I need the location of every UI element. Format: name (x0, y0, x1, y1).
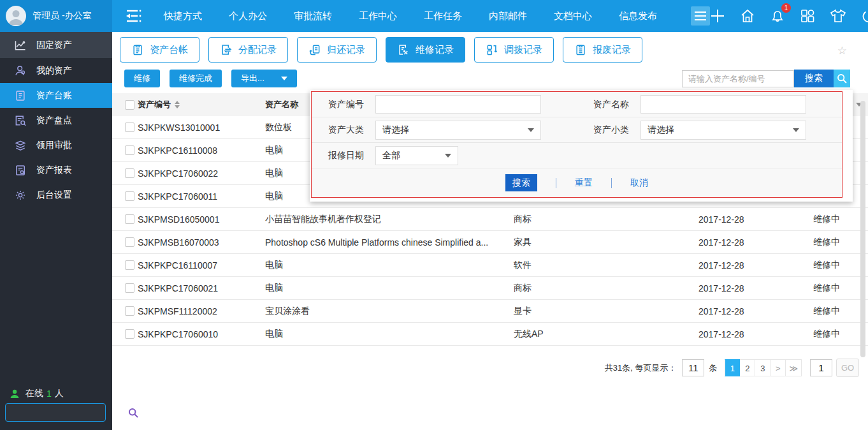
go-button[interactable]: GO (836, 359, 859, 377)
table-scrollbar[interactable] (860, 101, 865, 357)
cell-asset-name: 电脑 (265, 260, 514, 271)
sidebar-item[interactable]: 后台设置 (0, 182, 112, 207)
theme-shirt-icon[interactable] (830, 8, 846, 24)
ledger-tab-icon (131, 43, 144, 56)
sidebar-item-label: 我的资产 (36, 65, 72, 77)
record-tab[interactable]: 调拨记录 (474, 37, 554, 63)
top-menu-item[interactable]: 工作中心 (345, 0, 410, 32)
online-status: 在线 1 人 (10, 388, 64, 399)
avatar (6, 6, 26, 26)
report-icon (14, 164, 27, 177)
export-button[interactable]: 导出... (231, 70, 297, 87)
topbar: 管理员 -办公室 快捷方式 个人办公 审批流转 工作中心 工作任务 内部邮件 文… (0, 0, 868, 32)
cell-asset-name: 小苗苗智能故事机著作权登记 (265, 214, 514, 225)
quick-search-input[interactable] (682, 70, 794, 87)
top-menu: 快捷方式 个人办公 审批流转 工作中心 工作任务 内部邮件 文档中心 信息发布 (150, 0, 670, 32)
cell-status: 维修中 (800, 306, 868, 317)
sidebar-item[interactable]: 资产盘点 (0, 108, 112, 133)
cell-asset-code: SJKPKWS13010001 (138, 122, 220, 133)
filter-panel: 资产编号 资产名称 资产大类 请选择 资产小类 (310, 90, 853, 202)
asset-name-input[interactable] (640, 95, 806, 114)
caret-down-icon (281, 77, 287, 80)
sidebar-search-input[interactable] (6, 408, 128, 417)
top-menu-item[interactable]: 信息发布 (605, 0, 670, 32)
cell-asset-code: SJKPKPC16110007 (138, 260, 217, 271)
cell-category: 软件 (514, 260, 698, 271)
record-tab[interactable]: 资产台帐 (120, 37, 199, 63)
add-icon[interactable] (710, 8, 725, 24)
record-tab[interactable]: 报废记录 (563, 37, 642, 63)
tab-label: 资产台帐 (150, 44, 188, 56)
subcategory-select[interactable]: 请选择 (640, 121, 806, 140)
row-checkbox[interactable] (125, 168, 134, 178)
filter-reset-link[interactable]: 重置 (575, 177, 593, 189)
cell-asset-code: SJKPMSF11120002 (138, 306, 217, 316)
home-icon[interactable] (740, 8, 755, 24)
row-checkbox[interactable] (125, 237, 134, 247)
sidebar-item[interactable]: 资产台账 (0, 83, 112, 108)
cell-asset-code: SJKPKPC17060021 (138, 283, 218, 293)
hamburger-menu-icon[interactable] (691, 6, 710, 26)
sort-icon[interactable] (175, 101, 180, 108)
page-size-input[interactable] (682, 359, 704, 376)
record-tab[interactable]: 维修记录 (386, 37, 465, 63)
user-block[interactable]: 管理员 -办公室 (0, 0, 112, 32)
online-count: 1 (47, 389, 52, 399)
online-user-icon (10, 389, 20, 399)
repair-button[interactable]: 维修 (124, 70, 160, 87)
cell-status: 维修中 (800, 214, 868, 225)
sidebar-search-icon[interactable] (128, 408, 138, 418)
top-menu-item[interactable]: 内部邮件 (475, 0, 540, 32)
sidebar-search (5, 403, 106, 422)
record-tab[interactable]: 归还记录 (297, 37, 377, 63)
page-button[interactable]: 1 (725, 359, 740, 376)
page-button[interactable]: 2 (740, 359, 755, 376)
cell-status: 维修中 (800, 329, 868, 340)
search-magnifier-icon[interactable] (834, 70, 850, 87)
asset-code-input[interactable] (375, 95, 541, 114)
filter-cancel-link[interactable]: 取消 (630, 177, 648, 189)
sidebar-item-label: 后台设置 (36, 189, 72, 201)
cell-repair-date: 2017-12-28 (698, 237, 800, 248)
page-button[interactable]: ≫ (786, 359, 802, 376)
notifications-bell-icon[interactable]: 1 (770, 8, 785, 24)
top-menu-item[interactable]: 文档中心 (540, 0, 605, 32)
page-button[interactable]: > (770, 359, 786, 376)
power-icon[interactable] (861, 8, 868, 24)
row-checkbox[interactable] (125, 260, 134, 270)
row-checkbox[interactable] (125, 122, 134, 132)
collapse-menu-icon[interactable] (124, 8, 142, 24)
sidebar-item[interactable]: 领用审批 (0, 133, 112, 158)
row-checkbox[interactable] (125, 191, 134, 201)
apps-grid-icon[interactable] (800, 8, 815, 24)
top-menu-item[interactable]: 工作任务 (410, 0, 475, 32)
person-icon (14, 64, 27, 77)
online-suffix: 人 (55, 388, 64, 399)
category-select[interactable]: 请选择 (375, 121, 541, 140)
top-menu-item[interactable]: 审批流转 (280, 0, 345, 32)
sidebar-item-label: 领用审批 (36, 140, 72, 151)
table-row: SJKPKPC17060010 电脑 无线AP 2017-12-28 维修中 (112, 323, 868, 346)
repair-date-label: 报修日期 (312, 150, 375, 161)
sidebar-item[interactable]: 固定资产 (0, 32, 112, 58)
page-button[interactable]: 3 (755, 359, 770, 376)
favorite-star-icon[interactable]: ☆ (837, 44, 847, 57)
row-checkbox[interactable] (125, 283, 134, 293)
select-all-checkbox[interactable] (125, 100, 134, 110)
row-checkbox[interactable] (125, 145, 134, 155)
row-checkbox[interactable] (125, 214, 134, 224)
row-checkbox[interactable] (125, 306, 134, 316)
repair-done-button[interactable]: 维修完成 (170, 70, 222, 87)
top-menu-item[interactable]: 快捷方式 (150, 0, 215, 32)
quick-search-button[interactable]: 搜索 (794, 70, 834, 87)
transfer-icon (486, 43, 498, 56)
top-menu-item[interactable]: 个人办公 (215, 0, 280, 32)
row-checkbox[interactable] (125, 329, 134, 339)
divider (556, 178, 556, 188)
record-tab[interactable]: 分配记录 (208, 37, 288, 63)
goto-page-input[interactable] (810, 359, 832, 376)
filter-search-button[interactable]: 搜索 (505, 174, 537, 191)
sidebar-item[interactable]: 资产报表 (0, 158, 112, 182)
repair-date-select[interactable]: 全部 (375, 146, 458, 165)
sidebar-item[interactable]: 我的资产 (0, 58, 112, 83)
